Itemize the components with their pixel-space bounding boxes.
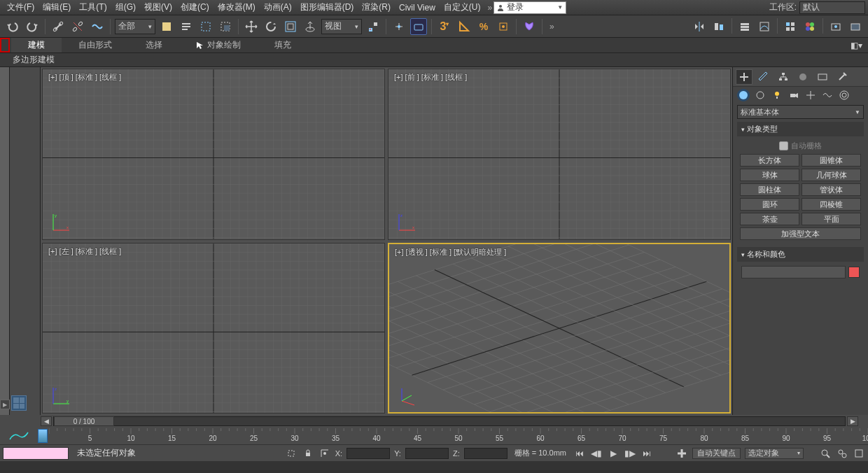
angle-snap-icon[interactable] <box>456 18 472 35</box>
manipulate-icon[interactable] <box>391 18 407 35</box>
select-object-icon[interactable] <box>158 18 175 35</box>
viewport-layout-icon[interactable] <box>11 395 27 411</box>
isolate-icon[interactable] <box>302 447 314 460</box>
autogrid-checkbox[interactable] <box>779 141 788 150</box>
box-button[interactable]: 长方体 <box>740 154 799 167</box>
utilities-tab-icon[interactable] <box>834 69 850 85</box>
time-slider-track[interactable]: 0 / 100 <box>53 416 846 426</box>
viewport-perspective[interactable]: [+] [透视 ] [标准 ] [默认明暗处理 ] <box>388 243 731 414</box>
spacewarps-cat-icon[interactable] <box>821 89 834 101</box>
key-mode-icon[interactable] <box>676 447 688 460</box>
object-name-input[interactable] <box>741 266 846 278</box>
torus-button[interactable]: 圆环 <box>740 198 799 211</box>
link-icon[interactable] <box>50 18 66 35</box>
maxscript-listener[interactable] <box>3 447 69 460</box>
subcategory-combo[interactable]: 标准基本体▼ <box>737 105 864 119</box>
geosphere-button[interactable]: 几何球体 <box>802 169 861 181</box>
curve-editor-icon[interactable] <box>756 18 773 35</box>
spinner-snap-icon[interactable] <box>495 18 512 35</box>
cameras-cat-icon[interactable] <box>788 89 800 101</box>
viewport-front-label[interactable]: [+] [前 ] [标准 ] [线框 ] <box>394 72 467 83</box>
helpers-cat-icon[interactable] <box>804 89 817 101</box>
ref-coord-combo[interactable]: 视图 <box>321 19 362 34</box>
menu-create[interactable]: 创建(C) <box>176 1 214 13</box>
display-tab-icon[interactable] <box>814 69 831 85</box>
login-box[interactable]: 登录 ▼ <box>493 1 566 14</box>
tab-modeling[interactable]: 建模 <box>11 38 62 52</box>
key-filter-combo[interactable]: 选定对象 <box>745 448 804 459</box>
render-setup-icon[interactable] <box>827 18 844 35</box>
tab-selection[interactable]: 选择 <box>129 38 179 52</box>
move-icon[interactable] <box>243 18 260 35</box>
lights-cat-icon[interactable] <box>771 89 783 101</box>
placement-icon[interactable] <box>302 18 318 35</box>
create-tab-icon[interactable] <box>736 69 752 85</box>
tube-button[interactable]: 管状体 <box>802 183 861 196</box>
viewport-top[interactable]: [+] [顶 ] [标准 ] [线框 ] xy <box>42 69 385 240</box>
menu-edit[interactable]: 编辑(E) <box>38 1 75 13</box>
hierarchy-tab-icon[interactable] <box>775 69 792 85</box>
viewport-top-label[interactable]: [+] [顶 ] [标准 ] [线框 ] <box>48 72 121 83</box>
named-selection-icon[interactable] <box>521 18 538 35</box>
scale-icon[interactable] <box>282 18 299 35</box>
pyramid-button[interactable]: 四棱锥 <box>802 198 861 211</box>
autokey-button[interactable]: 自动关键点 <box>692 448 741 459</box>
play-icon[interactable]: ▶ <box>607 447 620 460</box>
object-color-swatch[interactable] <box>848 267 860 278</box>
menu-animation[interactable]: 动画(A) <box>260 1 296 13</box>
snap-toggle-icon[interactable]: 3▾ <box>436 18 453 35</box>
tab-objectpaint[interactable]: 对象绘制 <box>179 38 258 52</box>
teapot-button[interactable]: 茶壶 <box>740 213 799 225</box>
tab-populate[interactable]: 填充 <box>258 38 308 52</box>
unlink-icon[interactable] <box>69 18 86 35</box>
menu-civilview[interactable]: Civil View <box>395 3 440 13</box>
zoom-all-icon[interactable] <box>836 447 848 460</box>
rollout-objtype-header[interactable]: 对象类型 <box>737 122 864 136</box>
cylinder-button[interactable]: 圆柱体 <box>740 183 799 196</box>
x-coord-input[interactable] <box>346 448 390 459</box>
menu-tools[interactable]: 工具(T) <box>75 1 111 13</box>
percent-snap-icon[interactable]: % <box>475 18 492 35</box>
undo-icon[interactable] <box>4 18 21 35</box>
window-crossing-icon[interactable] <box>217 18 234 35</box>
shapes-cat-icon[interactable] <box>754 89 766 101</box>
menu-file[interactable]: 文件(F) <box>3 1 38 13</box>
align-icon[interactable] <box>710 18 727 35</box>
next-frame-icon[interactable]: ▮▶ <box>624 447 636 460</box>
sphere-button[interactable]: 球体 <box>740 169 799 181</box>
textplus-button[interactable]: 加强型文本 <box>740 227 861 240</box>
ribbon-clip-icon[interactable]: ◧▾ <box>850 39 862 52</box>
material-editor-icon[interactable] <box>802 18 818 35</box>
cone-button[interactable]: 圆锥体 <box>802 154 861 167</box>
select-region-icon[interactable] <box>197 18 214 35</box>
viewport-perspective-label[interactable]: [+] [透视 ] [标准 ] [默认明暗处理 ] <box>395 247 506 257</box>
workspace-combo[interactable]: 默认 <box>799 1 865 14</box>
mini-curve-icon[interactable] <box>0 431 38 441</box>
time-slider-handle[interactable]: 0 / 100 <box>54 416 114 426</box>
viewport-front[interactable]: [+] [前 ] [标准 ] [线框 ] xz <box>388 69 731 240</box>
rotate-icon[interactable] <box>262 18 279 35</box>
menu-customize[interactable]: 自定义(U) <box>440 1 485 13</box>
z-coord-input[interactable] <box>464 448 507 459</box>
render-frame-icon[interactable] <box>847 18 864 35</box>
expand-panel-icon[interactable]: ▶ <box>0 400 10 409</box>
keyboard-shortcut-icon[interactable] <box>410 18 427 35</box>
select-by-name-icon[interactable] <box>178 18 195 35</box>
menu-view[interactable]: 视图(V) <box>140 1 176 13</box>
prev-frame-icon[interactable]: ◀▮ <box>590 447 603 460</box>
menu-render[interactable]: 渲染(R) <box>358 1 395 13</box>
schematic-view-icon[interactable] <box>782 18 799 35</box>
plane-button[interactable]: 平面 <box>802 213 861 225</box>
timeline-current-marker[interactable] <box>38 429 48 443</box>
zoom-extents-icon[interactable] <box>853 447 865 460</box>
selection-lock-icon[interactable] <box>285 447 298 460</box>
goto-start-icon[interactable]: ⏮ <box>573 447 586 460</box>
use-pivot-icon[interactable] <box>365 18 382 35</box>
viewport-left[interactable]: [+] [左 ] [标准 ] [线框 ] yz <box>42 243 385 414</box>
layer-explorer-icon[interactable] <box>736 18 753 35</box>
systems-cat-icon[interactable] <box>838 89 850 101</box>
menu-group[interactable]: 组(G) <box>111 1 140 13</box>
menu-overflow[interactable]: » <box>487 3 492 13</box>
motion-tab-icon[interactable] <box>794 69 811 85</box>
modify-tab-icon[interactable] <box>755 69 772 85</box>
